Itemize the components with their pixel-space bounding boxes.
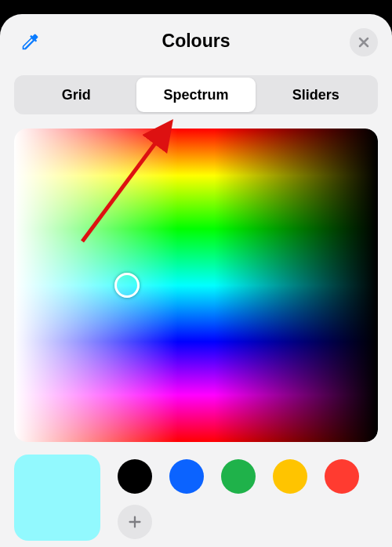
spectrum-area[interactable] xyxy=(14,129,378,442)
swatch-yellow[interactable] xyxy=(273,459,307,494)
swatch-area xyxy=(118,455,378,547)
swatch-red[interactable] xyxy=(325,459,359,494)
close-button[interactable] xyxy=(350,28,378,56)
swatch-row xyxy=(118,459,378,494)
tab-spectrum[interactable]: Spectrum xyxy=(136,78,256,112)
mode-segmented-control: Grid Spectrum Sliders xyxy=(14,75,378,114)
picker-knob[interactable] xyxy=(114,273,140,298)
eyedropper-button[interactable] xyxy=(19,31,41,53)
current-color-preview[interactable] xyxy=(14,455,100,541)
spectrum-gradient xyxy=(14,129,378,442)
swatch-row-2 xyxy=(118,505,378,539)
tab-label: Spectrum xyxy=(163,87,228,103)
swatch-green[interactable] xyxy=(221,459,256,494)
tab-label: Sliders xyxy=(292,87,339,103)
tab-grid[interactable]: Grid xyxy=(16,78,136,112)
tab-label: Grid xyxy=(62,87,91,103)
add-swatch-button[interactable] xyxy=(118,505,152,539)
swatch-black[interactable] xyxy=(118,459,152,494)
bottom-bar xyxy=(14,455,378,547)
tab-sliders[interactable]: Sliders xyxy=(256,78,376,112)
page-title: Colours xyxy=(162,31,230,52)
header: Colours xyxy=(0,14,392,67)
swatch-blue[interactable] xyxy=(169,459,204,494)
color-picker-sheet: Colours Grid Spectrum Sliders xyxy=(0,14,392,547)
